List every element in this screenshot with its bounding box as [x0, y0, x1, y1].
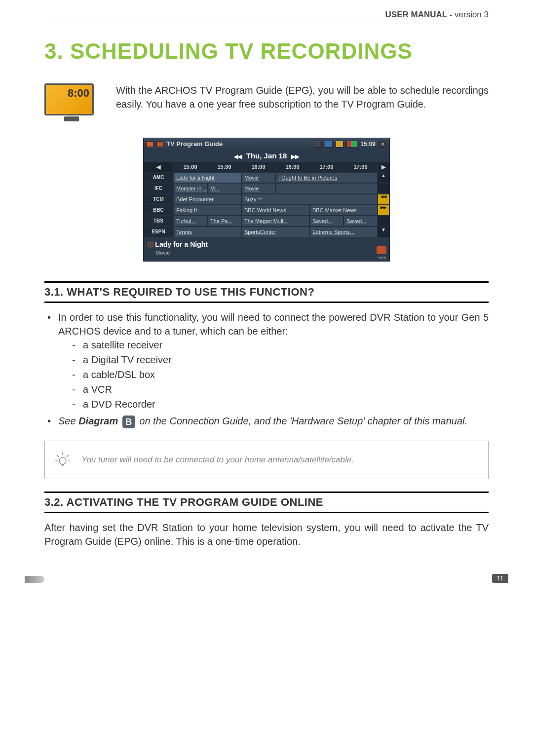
page-number: 11 — [492, 574, 508, 583]
epg-program-cell: The Pa... — [207, 216, 241, 227]
epg-selected-title: Lady for a Night — [155, 240, 208, 248]
epg-channel: IFC — [144, 183, 173, 194]
grid-icon — [314, 141, 322, 148]
prev-day-icon: ◀◀ — [234, 153, 242, 159]
epg-screenshot: TV Program Guide 15:09 ✕ ◀◀ Thu, Jan 18 … — [143, 138, 390, 262]
epg-channel: AMC — [144, 172, 173, 183]
subsection-3-2-header: 3.2. Activating the TV Program Guide onl… — [44, 491, 489, 513]
section-title: 3. Scheduling TV recordings — [44, 39, 489, 64]
requirement-intro: In order to use this functionality, you … — [58, 310, 489, 411]
tuner-option: a Digital TV receiver — [83, 353, 489, 367]
epg-channel: BBC — [144, 205, 173, 216]
epg-date-row: ◀◀ Thu, Jan 18 ▶▶ — [144, 150, 389, 162]
epg-program-cell: Monster in ... — [173, 183, 207, 194]
info-icon: ⓘ — [148, 241, 153, 248]
tv-icon-time: 8:00 — [68, 87, 89, 100]
epg-clock: 15:09 — [360, 141, 376, 148]
subsection-3-1-header: 3.1. What's required to use this functio… — [44, 281, 489, 303]
epg-side-nav-icon: ◀◀ — [378, 194, 389, 205]
epg-program-cell: Saved... — [309, 216, 343, 227]
diagram-b-badge: B — [122, 416, 135, 428]
epg-time-header: 15:00 — [173, 162, 207, 172]
epg-time-header: 17:30 — [343, 162, 378, 172]
tip-box: You tuner will need to be connected to y… — [44, 441, 489, 479]
menu-label: menu — [377, 256, 387, 259]
tuner-option: a DVD Recorder — [83, 397, 489, 411]
epg-program-cell: Movie — [241, 172, 275, 183]
epg-time-header: 16:00 — [241, 162, 275, 172]
epg-program-cell: SportsCenter — [241, 227, 309, 237]
epg-detail: ⓘ Lady for a Night Movie — [144, 237, 375, 261]
epg-program-cell: The Megan Mull... — [241, 216, 309, 227]
epg-channel: TBS — [144, 216, 173, 227]
diagram-word: Diagram — [78, 416, 118, 426]
epg-side-nav-icon: ▼ — [378, 227, 389, 237]
intro-paragraph: With the ARCHOS TV Program Guide (EPG), … — [116, 83, 489, 111]
page-header: USER MANUAL - version 3 — [44, 10, 489, 24]
zoom-icon — [377, 246, 386, 254]
tv-icon — [156, 141, 163, 147]
epg-time-header: 16:30 — [275, 162, 309, 172]
epg-channel: ESPN — [144, 227, 173, 237]
epg-titlebar: TV Program Guide 15:09 ✕ — [144, 138, 389, 150]
epg-program-cell: Suzy ** — [241, 194, 378, 205]
epg-selected-subtitle: Movie — [155, 250, 170, 256]
epg-program-cell: I Ought to Be in Pictures — [275, 172, 378, 183]
activation-paragraph: After having set the DVR Station to your… — [44, 521, 489, 548]
tuner-option: a cable/DSL box — [83, 368, 489, 381]
epg-side-nav-icon: ▲ — [378, 172, 389, 183]
epg-time-header: 15:30 — [207, 162, 241, 172]
tuner-option: a satellite receiver — [83, 338, 489, 352]
epg-program-cell: Lady for a Night — [173, 172, 241, 183]
epg-title: TV Program Guide — [166, 140, 311, 148]
lightbulb-icon — [53, 450, 73, 470]
epg-side-nav-icon — [378, 183, 389, 194]
epg-side-nav-icon — [378, 216, 389, 227]
epg-program-cell: M... — [207, 183, 241, 194]
epg-program-cell: BBC World News — [241, 205, 309, 216]
epg-time-header: 17:00 — [309, 162, 343, 172]
battery-icon — [346, 141, 357, 148]
header-version: version 3 — [455, 10, 489, 19]
close-icon: ✕ — [379, 141, 386, 148]
epg-program-cell: Saved... — [343, 216, 378, 227]
epg-program-cell: Tennis — [173, 227, 241, 237]
see-diagram-note: See Diagram B on the Connection Guide, a… — [58, 414, 489, 428]
epg-date: Thu, Jan 18 — [246, 151, 287, 160]
footer-decoration-icon — [25, 576, 44, 583]
epg-channel: TCM — [144, 194, 173, 205]
epg-program-cell: Brief Encounter — [173, 194, 241, 205]
wifi-icon — [325, 141, 333, 148]
svg-point-0 — [59, 457, 66, 464]
tip-text: You tuner will need to be connected to y… — [81, 455, 354, 465]
speaker-icon — [336, 141, 343, 148]
epg-program-cell: Faking It — [173, 205, 241, 216]
header-label: USER MANUAL - — [385, 10, 455, 19]
epg-program-cell: Movie — [241, 183, 275, 194]
epg-program-cell — [275, 183, 378, 194]
tuner-option: a VCR — [83, 382, 489, 396]
subsection-3-2-title: 3.2. Activating the TV Program Guide onl… — [44, 496, 489, 509]
epg-side-nav-icon: ▶▶ — [378, 205, 389, 216]
home-icon — [147, 141, 153, 147]
epg-program-cell: BBC Market News — [309, 205, 378, 216]
subsection-3-1-title: 3.1. What's required to use this functio… — [44, 286, 489, 299]
epg-program-cell: Turbul... — [173, 216, 207, 227]
next-day-icon: ▶▶ — [291, 153, 299, 159]
tv-clock-icon: 8:00 — [44, 83, 99, 123]
epg-program-cell: Extreme Sports... — [309, 227, 378, 237]
